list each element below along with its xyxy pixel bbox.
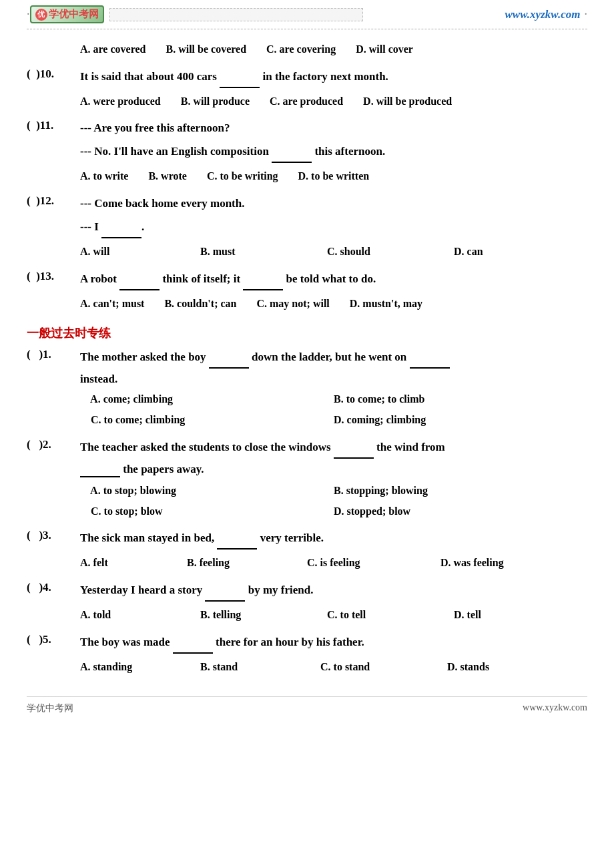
footer-right: www.xyzkw.com xyxy=(523,702,587,714)
s4-option-d: D. tell xyxy=(454,606,481,625)
s5-option-a: A. standing xyxy=(80,658,180,677)
q11-label: ( )11. xyxy=(27,119,80,132)
q10-option-d: D. will be produced xyxy=(363,92,452,112)
q10-blank xyxy=(220,67,260,88)
q11-options: A. to write B. wrote C. to be writing D.… xyxy=(80,167,587,186)
logo-box: 优 学优中考网 xyxy=(30,5,104,23)
q13-text: A robot think of itself; it be told what… xyxy=(80,270,587,290)
website-url: www.xyzkw.com xyxy=(505,8,580,21)
s3-label: ( )3. xyxy=(27,529,80,542)
q10-text: It is said that about 400 cars in the fa… xyxy=(80,67,587,88)
q13-option-d: D. mustn't, may xyxy=(350,294,422,314)
s1-blank2 xyxy=(410,348,450,369)
q11-option-a: A. to write xyxy=(80,167,128,186)
footer-left: 学优中考网 xyxy=(27,702,73,714)
s2-option-b: B. stopping; blowing xyxy=(334,481,587,501)
q13-option-b: B. couldn't; can xyxy=(164,294,236,314)
q11-subtext: --- No. I'll have an English composition… xyxy=(80,142,587,163)
q9-option-b: B. will be covered xyxy=(166,40,246,59)
q13-blank1 xyxy=(119,270,160,290)
q12-blank xyxy=(101,218,141,238)
q10-options: A. were produced B. will produce C. are … xyxy=(80,92,587,112)
q11-option-c: C. to be writing xyxy=(207,167,278,186)
s1-option-c: C. to come; climbing xyxy=(80,411,334,430)
website-area: www.xyzkw.com · xyxy=(505,7,587,21)
logo: · 优 学优中考网 xyxy=(27,5,363,23)
left-dot: · xyxy=(27,7,30,21)
s1-option-a: A. come; climbing xyxy=(80,390,334,409)
q12-text: --- Come back home every month. xyxy=(80,194,587,214)
s2-text: The teacher asked the students to close … xyxy=(80,438,587,459)
q12-option-c: C. should xyxy=(327,242,434,262)
s4-blank xyxy=(205,581,245,602)
q13-label: ( )13. xyxy=(27,270,80,283)
q12-option-d: D. can xyxy=(454,242,483,262)
s1-text: The mother asked the boy down the ladder… xyxy=(80,348,587,369)
s3-option-a: A. felt xyxy=(80,554,167,573)
section-question-5: ( )5. The boy was made there for an hour… xyxy=(27,633,587,677)
s5-label: ( )5. xyxy=(27,633,80,646)
question-11: ( )11. --- Are you free this afternoon? … xyxy=(27,119,587,186)
q10-option-c: C. are produced xyxy=(270,92,343,112)
s1-label: ( )1. xyxy=(27,348,80,361)
q13-wrap: ( )13. A robot think of itself; it be to… xyxy=(27,270,587,290)
s2-options: A. to stop; blowing B. stopping; blowing… xyxy=(80,481,587,521)
question-10: ( )10. It is said that about 400 cars in… xyxy=(27,67,587,112)
s5-wrap: ( )5. The boy was made there for an hour… xyxy=(27,633,587,654)
page-header: · 优 学优中考网 www.xyzkw.com · xyxy=(27,0,587,29)
q12-options: A. will B. must C. should D. can xyxy=(80,242,587,262)
s3-blank xyxy=(217,529,257,550)
q12-wrap: ( )12. --- Come back home every month. xyxy=(27,194,587,214)
s5-option-d: D. stands xyxy=(447,658,489,677)
q12-option-a: A. will xyxy=(80,242,180,262)
section-question-2: ( )2. The teacher asked the students to … xyxy=(27,438,587,521)
q13-option-c: C. may not; will xyxy=(256,294,329,314)
question-13: ( )13. A robot think of itself; it be to… xyxy=(27,270,587,314)
s4-option-b: B. telling xyxy=(200,606,307,625)
question-9-options: A. are covered B. will be covered C. are… xyxy=(27,40,587,59)
logo-text: 学优中考网 xyxy=(49,8,99,21)
s3-option-b: B. feeling xyxy=(187,554,287,573)
s4-text: Yesterday I heard a story by my friend. xyxy=(80,581,587,602)
q11-option-b: B. wrote xyxy=(148,167,186,186)
s2-wrap: ( )2. The teacher asked the students to … xyxy=(27,438,587,459)
section-title: 一般过去时专练 xyxy=(27,325,587,341)
s2-continued: the papers away. xyxy=(80,463,587,477)
q10-option-a: A. were produced xyxy=(80,92,161,112)
q9-options-row: A. are covered B. will be covered C. are… xyxy=(80,40,587,59)
question-12: ( )12. --- Come back home every month. -… xyxy=(27,194,587,262)
section-question-1: ( )1. The mother asked the boy down the … xyxy=(27,348,587,429)
s1-wrap: ( )1. The mother asked the boy down the … xyxy=(27,348,587,369)
right-dot: · xyxy=(585,7,588,21)
s5-options: A. standing B. stand C. to stand D. stan… xyxy=(80,658,587,677)
s2-option-d: D. stopped; blow xyxy=(334,502,587,521)
header-banner xyxy=(109,8,363,21)
s3-text: The sick man stayed in bed, very terribl… xyxy=(80,529,587,550)
q9-option-d: D. will cover xyxy=(356,40,413,59)
s5-blank xyxy=(173,633,213,654)
section-question-4: ( )4. Yesterday I heard a story by my fr… xyxy=(27,581,587,625)
s5-option-b: B. stand xyxy=(200,658,300,677)
s5-text: The boy was made there for an hour by hi… xyxy=(80,633,587,654)
q12-subtext: --- I . xyxy=(80,218,587,238)
q9-option-c: C. are covering xyxy=(266,40,336,59)
section-question-3: ( )3. The sick man stayed in bed, very t… xyxy=(27,529,587,573)
q11-blank xyxy=(272,142,312,163)
q10-option-b: B. will produce xyxy=(181,92,250,112)
s3-option-d: D. was feeling xyxy=(440,554,504,573)
q11-option-d: D. to be written xyxy=(298,167,370,186)
s2-option-a: A. to stop; blowing xyxy=(80,481,334,501)
q11-text: --- Are you free this afternoon? xyxy=(80,119,587,138)
s5-option-c: C. to stand xyxy=(320,658,427,677)
page-footer: 学优中考网 www.xyzkw.com xyxy=(27,696,587,714)
s2-blank2 xyxy=(80,463,120,477)
s2-blank1 xyxy=(334,438,374,459)
s1-options: A. come; climbing B. to come; to climb C… xyxy=(80,390,587,430)
s4-wrap: ( )4. Yesterday I heard a story by my fr… xyxy=(27,581,587,602)
q10-label: ( )10. xyxy=(27,67,80,81)
s2-label: ( )2. xyxy=(27,438,80,451)
s1-blank1 xyxy=(209,348,249,369)
logo-icon: 优 xyxy=(35,9,47,21)
q12-option-b: B. must xyxy=(200,242,307,262)
q13-options: A. can't; must B. couldn't; can C. may n… xyxy=(80,294,587,314)
